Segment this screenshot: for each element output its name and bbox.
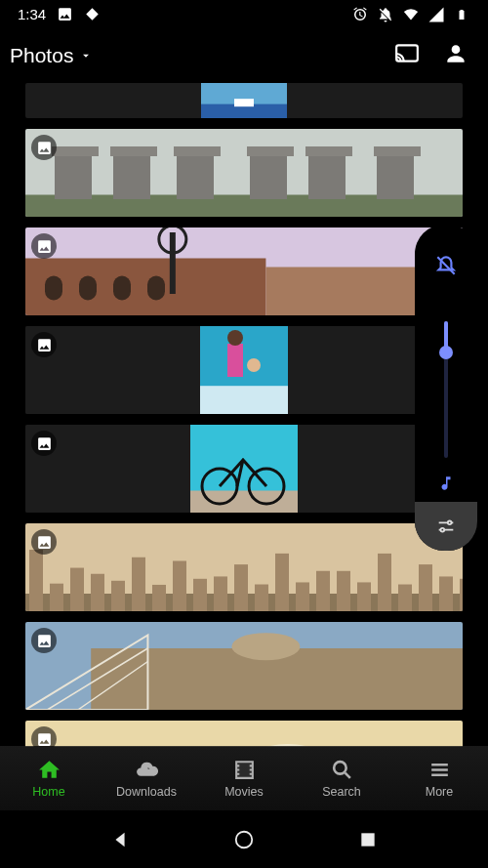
svg-rect-31 xyxy=(227,344,243,377)
account-icon[interactable] xyxy=(443,41,468,70)
svg-point-72 xyxy=(236,831,253,847)
svg-rect-54 xyxy=(296,582,309,611)
svg-rect-15 xyxy=(308,151,346,200)
diamond-icon xyxy=(83,6,101,23)
svg-rect-10 xyxy=(110,146,157,156)
app-title-dropdown[interactable]: Photos xyxy=(10,44,93,67)
app-bar: Photos xyxy=(0,28,488,83)
svg-rect-53 xyxy=(275,554,289,611)
photo-thumbnail xyxy=(25,326,463,414)
photo-thumbnail xyxy=(25,129,463,217)
nav-label: Downloads xyxy=(116,785,177,799)
photo-item-louvre-paris[interactable] xyxy=(25,622,463,710)
volume-track xyxy=(444,321,448,458)
svg-rect-50 xyxy=(214,576,227,611)
svg-rect-11 xyxy=(177,151,214,200)
sliders-icon xyxy=(435,516,457,537)
image-badge-icon xyxy=(31,726,57,747)
photo-item-monument-sepia[interactable] xyxy=(25,721,463,747)
svg-rect-23 xyxy=(79,276,97,301)
photo-item-city-skyline-sepia[interactable] xyxy=(25,523,463,611)
svg-rect-14 xyxy=(247,146,294,156)
photo-item-stonehenge[interactable] xyxy=(25,129,463,217)
svg-rect-16 xyxy=(305,146,352,156)
svg-rect-52 xyxy=(255,585,268,611)
system-home-button[interactable] xyxy=(232,828,256,851)
svg-rect-47 xyxy=(152,585,166,611)
svg-rect-61 xyxy=(439,576,453,611)
back-icon xyxy=(109,829,131,850)
nav-search[interactable]: Search xyxy=(293,746,390,810)
photo-thumbnail xyxy=(25,523,463,611)
chevron-down-icon xyxy=(79,49,93,62)
photo-item-kids-at-beach[interactable] xyxy=(25,326,463,414)
nav-home[interactable]: Home xyxy=(0,746,98,810)
photo-item-boat-at-sea[interactable] xyxy=(25,83,463,118)
volume-slider[interactable] xyxy=(415,307,477,502)
vibrate-off-icon xyxy=(433,253,459,278)
photo-thumbnail xyxy=(25,83,463,118)
ringer-mode-button[interactable] xyxy=(415,225,477,307)
cast-icon[interactable] xyxy=(394,41,420,70)
image-badge-icon xyxy=(31,431,57,456)
svg-rect-73 xyxy=(361,833,374,846)
nav-label: More xyxy=(426,785,453,799)
svg-rect-7 xyxy=(55,151,92,200)
svg-rect-12 xyxy=(174,146,221,156)
photo-item-bicycle-by-sea[interactable] xyxy=(25,425,463,513)
svg-rect-9 xyxy=(113,151,150,200)
svg-rect-58 xyxy=(378,554,391,611)
volume-panel xyxy=(415,225,477,551)
svg-rect-18 xyxy=(374,146,421,156)
photo-thumbnail xyxy=(25,425,463,513)
search-icon xyxy=(330,758,354,782)
nav-label: Home xyxy=(32,785,64,799)
svg-point-71 xyxy=(334,762,346,774)
svg-rect-43 xyxy=(70,568,84,611)
system-nav xyxy=(0,810,488,868)
svg-rect-66 xyxy=(25,721,463,747)
svg-rect-4 xyxy=(234,99,254,106)
svg-point-1 xyxy=(396,59,398,61)
notifications-off-icon xyxy=(377,6,394,23)
svg-rect-62 xyxy=(460,579,463,611)
svg-rect-48 xyxy=(173,560,186,611)
svg-rect-8 xyxy=(52,146,99,156)
nav-more[interactable]: More xyxy=(390,746,488,810)
movie-icon xyxy=(232,758,257,782)
svg-rect-26 xyxy=(170,232,176,294)
svg-rect-13 xyxy=(250,151,287,200)
nav-label: Search xyxy=(322,785,361,799)
image-badge-icon xyxy=(31,135,57,160)
svg-point-68 xyxy=(448,521,452,525)
volume-thumb[interactable] xyxy=(439,346,453,359)
image-badge-icon xyxy=(31,529,57,555)
svg-rect-56 xyxy=(337,571,350,611)
system-recent-button[interactable] xyxy=(356,828,380,851)
system-back-button[interactable] xyxy=(108,828,132,851)
home-icon xyxy=(37,758,61,782)
photo-item-castle-and-lamp[interactable] xyxy=(25,227,463,315)
svg-rect-57 xyxy=(357,582,371,611)
image-icon xyxy=(56,6,73,23)
svg-point-33 xyxy=(247,358,261,372)
svg-rect-41 xyxy=(29,550,43,611)
svg-rect-49 xyxy=(193,579,207,611)
svg-rect-25 xyxy=(147,276,165,301)
nav-downloads[interactable]: Downloads xyxy=(98,746,195,810)
square-icon xyxy=(358,830,378,849)
svg-rect-46 xyxy=(132,558,145,611)
battery-icon xyxy=(453,6,470,23)
nav-movies[interactable]: Movies xyxy=(195,746,293,810)
status-time: 1:34 xyxy=(18,6,46,22)
svg-rect-55 xyxy=(316,571,330,611)
image-badge-icon xyxy=(31,332,57,357)
svg-rect-45 xyxy=(111,581,125,611)
svg-rect-24 xyxy=(113,276,131,301)
image-badge-icon xyxy=(31,233,57,259)
wifi-icon xyxy=(402,6,420,23)
nav-label: Movies xyxy=(224,785,264,799)
music-note-icon xyxy=(437,475,455,496)
cloud-download-icon xyxy=(135,758,159,782)
photo-thumbnail xyxy=(25,227,463,315)
